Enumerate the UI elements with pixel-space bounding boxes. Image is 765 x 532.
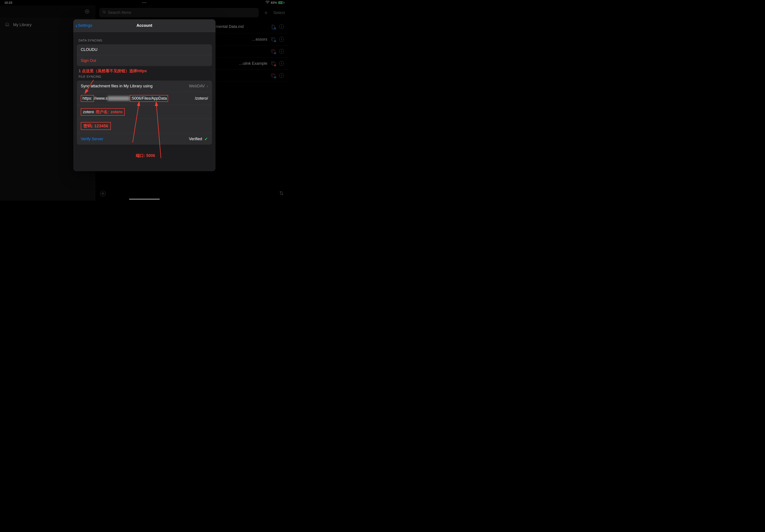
back-button[interactable]: ‹ Settings xyxy=(76,23,92,29)
sync-method-value: WebDAV xyxy=(189,84,205,89)
account-name-cell: CLOUDU xyxy=(77,44,212,55)
sync-method-label: Sync attachment files in My Library usin… xyxy=(81,84,153,89)
verified-label: Verified xyxy=(189,137,202,141)
webdav-url-cell[interactable]: https: //www.s xxxxx :5006/Files/AppData… xyxy=(77,92,212,105)
annotation-port: 端口: 5006 xyxy=(77,151,212,158)
section-data-syncing: DATA SYNCING xyxy=(77,32,212,44)
verify-server-label: Verify Server xyxy=(81,137,103,141)
username-value: zotero xyxy=(83,110,94,114)
sync-method-cell[interactable]: Sync attachment files in My Library usin… xyxy=(77,81,212,92)
sign-out-cell[interactable]: Sign Out xyxy=(77,55,212,66)
section-file-syncing: FILE SYNCING xyxy=(77,74,212,81)
annotation-path: 存放地址: /home/.... xyxy=(77,158,212,171)
verify-server-cell[interactable]: Verify Server Verified ✓ xyxy=(77,133,212,145)
account-name: CLOUDU xyxy=(81,47,97,52)
annotation-password-label: 密码: xyxy=(83,124,93,128)
annotation-password-value: 123456 xyxy=(94,124,108,128)
url-host-redacted: xxxxx xyxy=(108,96,130,101)
modal-title: Account xyxy=(137,23,152,28)
url-suffix: /zotero/ xyxy=(195,96,208,101)
annotations-below: 端口: 5006 存放地址: /home/.... xyxy=(77,145,212,171)
url-host-start: //www.s xyxy=(94,96,108,101)
annotation-username-value: zotero xyxy=(111,110,123,114)
chevron-right-icon: › xyxy=(207,84,208,89)
back-label: Settings xyxy=(78,23,92,28)
data-syncing-group: CLOUDU Sign Out xyxy=(77,44,212,66)
check-icon: ✓ xyxy=(204,136,208,142)
modal-header: ‹ Settings Account xyxy=(73,19,216,32)
settings-modal: ‹ Settings Account DATA SYNCING CLOUDU S… xyxy=(73,19,216,171)
webdav-password-cell[interactable]: 密码: 123456 xyxy=(77,119,212,133)
url-port-path: :5006/Files/AppData xyxy=(130,95,168,102)
file-syncing-group: Sync attachment files in My Library usin… xyxy=(77,81,212,145)
annotation-tip-1: 1 点这里（虽然看不见按钮）选择https xyxy=(77,66,212,74)
annotation-username-label: 用户名: xyxy=(96,109,109,115)
modal-body[interactable]: DATA SYNCING CLOUDU Sign Out 1 点这里（虽然看不见… xyxy=(73,32,216,171)
url-scheme-picker[interactable]: https: xyxy=(81,95,94,102)
sign-out-label: Sign Out xyxy=(81,58,96,63)
webdav-username-cell[interactable]: zotero 用户名: zotero xyxy=(77,105,212,119)
chevron-left-icon: ‹ xyxy=(76,23,77,29)
